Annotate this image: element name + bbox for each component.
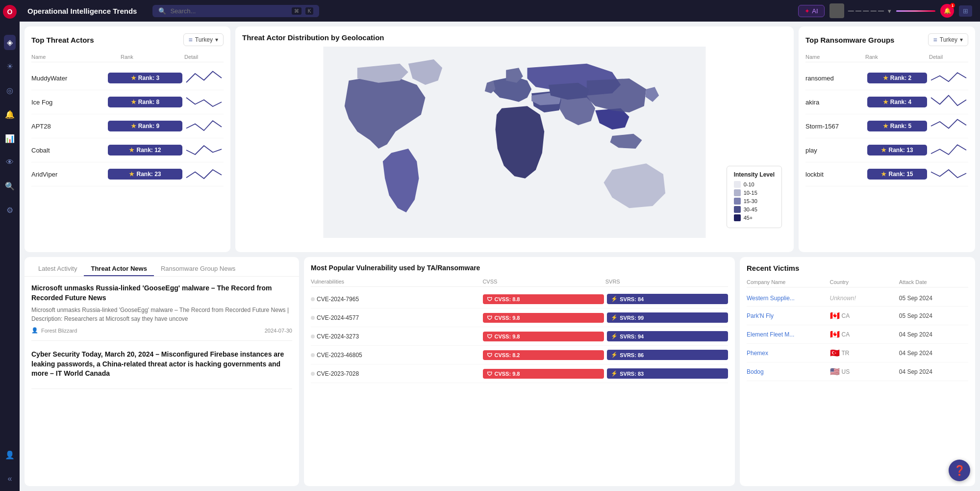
actor-name-2: APT28: [31, 123, 106, 130]
col-rank: Rank: [121, 54, 184, 60]
rw-star-icon-4: ★: [881, 171, 886, 178]
search-kbd2: K: [305, 7, 314, 15]
notification-button[interactable]: 🔔 1: [940, 4, 954, 18]
ai-button[interactable]: ✦ AI: [798, 5, 824, 17]
ransomware-row-1: akira ★ Rank: 4: [805, 90, 968, 114]
ransomware-header: Top Ransomware Groups ≡ Turkey ▾: [805, 33, 968, 46]
country-code-1: CA: [842, 312, 850, 319]
chevron-down-icon[interactable]: ▾: [888, 7, 891, 15]
grid-button[interactable]: ⊞: [959, 5, 972, 17]
rw-rank-3[interactable]: ★ Rank: 13: [867, 145, 927, 155]
star-icon-2: ★: [131, 123, 136, 129]
rw-col-detail: Detail: [929, 54, 968, 60]
actor-rank-0[interactable]: ★ Rank: 3: [108, 73, 182, 83]
vuln-title: Most Popular Vulnerability used by TA/Ra…: [311, 264, 728, 272]
cvss-badge-1: 🛡 CVSS: 9.8: [483, 313, 604, 323]
victim-name-3[interactable]: Phemex: [747, 350, 830, 357]
svrs-badge-0: ⚡ SVRS: 84: [607, 294, 728, 304]
rw-rank-2[interactable]: ★ Rank: 5: [867, 121, 927, 131]
vuln-row-0: CVE-2024-7965 🛡 CVSS: 8.8 ⚡ SVRS: 84: [311, 290, 728, 309]
news-author-1: Forest Blizzard: [41, 328, 77, 334]
victims-col-country: Country: [830, 279, 899, 285]
sidebar-item-user[interactable]: 👤: [2, 447, 18, 463]
sidebar-item-dashboard[interactable]: ☀: [3, 59, 16, 74]
actor-rank-1[interactable]: ★ Rank: 8: [108, 97, 182, 107]
star-icon-1: ★: [131, 99, 136, 105]
app-logo[interactable]: O: [3, 5, 17, 21]
vuln-rows: CVE-2024-7965 🛡 CVSS: 8.8 ⚡ SVRS: 84 CVE…: [311, 290, 728, 383]
tab-threat-actor-news[interactable]: Threat Actor News: [84, 262, 153, 276]
vuln-dot-1: [311, 316, 315, 320]
rw-rank-0[interactable]: ★ Rank: 2: [867, 73, 927, 83]
rw-sparkline-1: [929, 93, 968, 111]
threat-actor-row-2: APT28 ★ Rank: 9: [31, 114, 224, 138]
vuln-row-3: CVE-2023-46805 🛡 CVSS: 8.2 ⚡ SVRS: 86: [311, 346, 728, 364]
actor-name-4: AridViper: [31, 171, 106, 178]
vuln-id-4: CVE-2023-7028: [311, 370, 480, 377]
legend-label-4: 45+: [744, 215, 753, 221]
actor-rank-2[interactable]: ★ Rank: 9: [108, 121, 182, 131]
victim-country-3: 🇹🇷TR: [830, 348, 899, 358]
rw-star-icon-0: ★: [883, 75, 888, 81]
ransomware-row-0: ransomed ★ Rank: 2: [805, 66, 968, 90]
victim-country-0: Unknown!: [830, 295, 899, 302]
col-detail: Detail: [184, 54, 224, 60]
vulnerability-panel: Most Popular Vulnerability used by TA/Ra…: [304, 257, 735, 486]
tab-latest-activity[interactable]: Latest Activity: [31, 262, 84, 276]
rw-col-name: Name: [805, 54, 865, 60]
main-area: Operational Intelligence Trends 🔍 ⌘ K ✦ …: [20, 0, 980, 491]
chat-button[interactable]: ❓: [949, 460, 970, 481]
vuln-dot-0: [311, 297, 315, 301]
sidebar-item-eye[interactable]: 👁: [3, 155, 17, 170]
rw-rank-4[interactable]: ★ Rank: 15: [867, 169, 927, 180]
victim-name-0[interactable]: Western Supplie...: [747, 295, 830, 302]
sidebar-item-targets[interactable]: ◎: [3, 83, 16, 98]
rw-rank-1[interactable]: ★ Rank: 4: [867, 97, 927, 107]
search-bar[interactable]: 🔍 ⌘ K: [152, 5, 319, 17]
bottom-panels-row: Latest Activity Threat Actor News Ransom…: [25, 257, 975, 486]
sidebar-item-alerts[interactable]: 🔔: [2, 107, 18, 122]
ransomware-filter[interactable]: ≡ Turkey ▾: [928, 33, 968, 46]
activity-tabs: Latest Activity Threat Actor News Ransom…: [25, 257, 299, 277]
col-name: Name: [31, 54, 121, 60]
search-kbd1: ⌘: [292, 7, 302, 15]
threat-actors-filter[interactable]: ≡ Turkey ▾: [183, 33, 224, 46]
filter-icon: ≡: [189, 36, 193, 44]
threat-actor-rows: MuddyWater ★ Rank: 3 Ice Fog ★ Rank: 8 A…: [31, 66, 224, 186]
news-title-1: Microsoft unmasks Russia-linked 'GooseEg…: [31, 284, 292, 303]
rw-name-2: Storm-1567: [805, 123, 865, 130]
map-container: Intensity Level 0-10 10-15 15-30 30-45 4…: [242, 47, 787, 238]
sidebar-item-home[interactable]: ◈: [4, 35, 16, 50]
search-input[interactable]: [170, 7, 287, 15]
victim-name-4[interactable]: Bodog: [747, 368, 830, 375]
victim-name-1[interactable]: Park'N Fly: [747, 312, 830, 319]
map-title: Threat Actor Distribution by Geolocation: [242, 33, 787, 42]
sidebar-item-settings[interactable]: ⚙: [3, 203, 16, 218]
cvss-badge-0: 🛡 CVSS: 8.8: [483, 294, 604, 304]
threat-actor-row-4: AridViper ★ Rank: 23: [31, 162, 224, 186]
ransomware-row-2: Storm-1567 ★ Rank: 5: [805, 114, 968, 138]
tab-ransomware-news[interactable]: Ransomware Group News: [154, 262, 242, 276]
cvss-icon-4: 🛡: [487, 371, 492, 377]
notification-badge: 1: [950, 3, 955, 8]
flag-1: 🇨🇦: [830, 311, 840, 320]
country-code-4: US: [842, 368, 850, 375]
sidebar-collapse[interactable]: «: [5, 471, 15, 486]
victim-name-2[interactable]: Element Fleet M...: [747, 331, 830, 338]
victim-row-0: Western Supplie... Unknown! 05 Sep 2024: [747, 290, 968, 307]
victims-title: Recent Victims: [747, 264, 968, 272]
rw-sparkline-3: [929, 141, 968, 159]
sidebar-item-intel[interactable]: 🔍: [2, 179, 18, 194]
rw-col-rank: Rank: [865, 54, 929, 60]
sidebar-item-analytics[interactable]: 📊: [2, 131, 18, 146]
news-meta-1: 👤 Forest Blizzard 2024-07-30: [31, 327, 292, 334]
top-ransomware-panel: Top Ransomware Groups ≡ Turkey ▾ Name Ra…: [799, 26, 975, 252]
actor-rank-4[interactable]: ★ Rank: 23: [108, 169, 182, 180]
victim-date-3: 04 Sep 2024: [899, 350, 968, 357]
vuln-col-name: Vulnerabilities: [311, 279, 482, 284]
svrs-badge-1: ⚡ SVRS: 99: [607, 312, 728, 323]
actor-rank-3[interactable]: ★ Rank: 12: [108, 145, 182, 155]
svrs-icon-1: ⚡: [611, 314, 618, 321]
threat-actors-header: Top Threat Actors ≡ Turkey ▾: [31, 33, 224, 46]
vuln-id-3: CVE-2023-46805: [311, 352, 480, 359]
